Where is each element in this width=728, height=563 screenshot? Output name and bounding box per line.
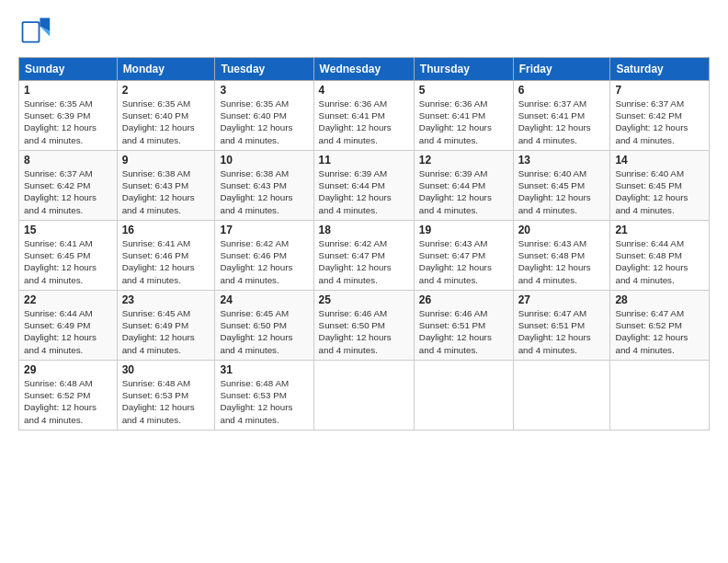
day-info: Sunrise: 6:44 AM Sunset: 6:48 PM Dayligh…: [615, 237, 704, 286]
day-number: 12: [419, 154, 508, 167]
day-number: 20: [518, 224, 606, 236]
day-number: 19: [419, 224, 508, 236]
day-info: Sunrise: 6:48 AM Sunset: 6:53 PM Dayligh…: [122, 377, 210, 426]
day-cell-8: 8Sunrise: 6:37 AM Sunset: 6:42 PM Daylig…: [19, 151, 118, 221]
week-row-2: 8Sunrise: 6:37 AM Sunset: 6:42 PM Daylig…: [19, 151, 710, 221]
day-cell-6: 6Sunrise: 6:37 AM Sunset: 6:41 PM Daylig…: [513, 81, 610, 151]
day-number: 16: [122, 224, 210, 236]
week-row-4: 22Sunrise: 6:44 AM Sunset: 6:49 PM Dayli…: [19, 291, 710, 361]
day-cell-11: 11Sunrise: 6:39 AM Sunset: 6:44 PM Dayli…: [313, 151, 414, 221]
day-number: 10: [220, 154, 308, 167]
day-number: 8: [24, 154, 112, 167]
day-info: Sunrise: 6:43 AM Sunset: 6:48 PM Dayligh…: [518, 237, 606, 286]
day-info: Sunrise: 6:35 AM Sunset: 6:40 PM Dayligh…: [220, 98, 308, 146]
day-number: 21: [615, 224, 704, 236]
day-cell-17: 17Sunrise: 6:42 AM Sunset: 6:46 PM Dayli…: [215, 221, 313, 291]
empty-cell: [610, 361, 710, 431]
day-info: Sunrise: 6:37 AM Sunset: 6:42 PM Dayligh…: [24, 167, 112, 216]
day-number: 24: [220, 293, 308, 306]
day-number: 27: [518, 293, 606, 306]
day-cell-25: 25Sunrise: 6:46 AM Sunset: 6:50 PM Dayli…: [313, 291, 414, 361]
day-number: 3: [220, 84, 308, 97]
day-cell-9: 9Sunrise: 6:38 AM Sunset: 6:43 PM Daylig…: [117, 151, 215, 221]
day-info: Sunrise: 6:47 AM Sunset: 6:51 PM Dayligh…: [518, 307, 606, 356]
day-number: 25: [319, 293, 409, 306]
day-number: 26: [419, 293, 508, 306]
day-number: 4: [319, 84, 409, 97]
day-number: 14: [615, 154, 704, 167]
week-row-5: 29Sunrise: 6:48 AM Sunset: 6:52 PM Dayli…: [19, 361, 710, 431]
day-info: Sunrise: 6:39 AM Sunset: 6:44 PM Dayligh…: [419, 167, 508, 216]
day-info: Sunrise: 6:42 AM Sunset: 6:47 PM Dayligh…: [319, 237, 409, 286]
day-number: 2: [122, 84, 210, 97]
day-number: 22: [24, 293, 112, 306]
empty-cell: [414, 361, 513, 431]
day-header-saturday: Saturday: [610, 58, 710, 81]
day-cell-4: 4Sunrise: 6:36 AM Sunset: 6:41 PM Daylig…: [313, 81, 414, 151]
day-cell-7: 7Sunrise: 6:37 AM Sunset: 6:42 PM Daylig…: [610, 81, 710, 151]
day-header-wednesday: Wednesday: [313, 58, 414, 81]
calendar-header: SundayMondayTuesdayWednesdayThursdayFrid…: [19, 58, 710, 81]
day-info: Sunrise: 6:42 AM Sunset: 6:46 PM Dayligh…: [220, 237, 308, 286]
day-cell-12: 12Sunrise: 6:39 AM Sunset: 6:44 PM Dayli…: [414, 151, 513, 221]
day-cell-31: 31Sunrise: 6:48 AM Sunset: 6:53 PM Dayli…: [215, 361, 313, 431]
day-cell-27: 27Sunrise: 6:47 AM Sunset: 6:51 PM Dayli…: [513, 291, 610, 361]
day-cell-30: 30Sunrise: 6:48 AM Sunset: 6:53 PM Dayli…: [117, 361, 215, 431]
day-number: 5: [419, 84, 508, 97]
page: SundayMondayTuesdayWednesdayThursdayFrid…: [0, 0, 728, 563]
day-number: 1: [24, 84, 112, 97]
day-cell-22: 22Sunrise: 6:44 AM Sunset: 6:49 PM Dayli…: [19, 291, 118, 361]
day-info: Sunrise: 6:40 AM Sunset: 6:45 PM Dayligh…: [518, 167, 606, 216]
day-cell-14: 14Sunrise: 6:40 AM Sunset: 6:45 PM Dayli…: [610, 151, 710, 221]
day-info: Sunrise: 6:35 AM Sunset: 6:40 PM Dayligh…: [122, 98, 210, 146]
day-cell-18: 18Sunrise: 6:42 AM Sunset: 6:47 PM Dayli…: [313, 221, 414, 291]
day-info: Sunrise: 6:46 AM Sunset: 6:51 PM Dayligh…: [419, 307, 508, 356]
logo-icon: [18, 15, 51, 48]
day-cell-29: 29Sunrise: 6:48 AM Sunset: 6:52 PM Dayli…: [19, 361, 118, 431]
day-info: Sunrise: 6:39 AM Sunset: 6:44 PM Dayligh…: [319, 167, 409, 216]
header: [18, 15, 710, 48]
day-number: 6: [518, 84, 606, 97]
day-cell-3: 3Sunrise: 6:35 AM Sunset: 6:40 PM Daylig…: [215, 81, 313, 151]
day-cell-2: 2Sunrise: 6:35 AM Sunset: 6:40 PM Daylig…: [117, 81, 215, 151]
day-number: 23: [122, 293, 210, 306]
day-cell-19: 19Sunrise: 6:43 AM Sunset: 6:47 PM Dayli…: [414, 221, 513, 291]
day-cell-24: 24Sunrise: 6:45 AM Sunset: 6:50 PM Dayli…: [215, 291, 313, 361]
day-cell-1: 1Sunrise: 6:35 AM Sunset: 6:39 PM Daylig…: [19, 81, 118, 151]
day-info: Sunrise: 6:36 AM Sunset: 6:41 PM Dayligh…: [419, 98, 508, 146]
day-info: Sunrise: 6:38 AM Sunset: 6:43 PM Dayligh…: [122, 167, 210, 216]
day-number: 17: [220, 224, 308, 236]
day-cell-10: 10Sunrise: 6:38 AM Sunset: 6:43 PM Dayli…: [215, 151, 313, 221]
day-info: Sunrise: 6:37 AM Sunset: 6:42 PM Dayligh…: [615, 98, 704, 146]
day-number: 29: [24, 363, 112, 376]
day-info: Sunrise: 6:38 AM Sunset: 6:43 PM Dayligh…: [220, 167, 308, 216]
day-cell-13: 13Sunrise: 6:40 AM Sunset: 6:45 PM Dayli…: [513, 151, 610, 221]
day-cell-26: 26Sunrise: 6:46 AM Sunset: 6:51 PM Dayli…: [414, 291, 513, 361]
calendar-body: 1Sunrise: 6:35 AM Sunset: 6:39 PM Daylig…: [19, 81, 710, 431]
day-info: Sunrise: 6:41 AM Sunset: 6:46 PM Dayligh…: [122, 237, 210, 286]
day-info: Sunrise: 6:36 AM Sunset: 6:41 PM Dayligh…: [319, 98, 409, 146]
day-header-monday: Monday: [117, 58, 215, 81]
day-number: 15: [24, 224, 112, 236]
calendar: SundayMondayTuesdayWednesdayThursdayFrid…: [18, 57, 710, 431]
day-cell-28: 28Sunrise: 6:47 AM Sunset: 6:52 PM Dayli…: [610, 291, 710, 361]
day-cell-23: 23Sunrise: 6:45 AM Sunset: 6:49 PM Dayli…: [117, 291, 215, 361]
day-info: Sunrise: 6:45 AM Sunset: 6:50 PM Dayligh…: [220, 307, 308, 356]
day-header-friday: Friday: [513, 58, 610, 81]
svg-rect-1: [23, 23, 38, 41]
day-info: Sunrise: 6:45 AM Sunset: 6:49 PM Dayligh…: [122, 307, 210, 356]
day-header-sunday: Sunday: [19, 58, 118, 81]
day-cell-20: 20Sunrise: 6:43 AM Sunset: 6:48 PM Dayli…: [513, 221, 610, 291]
day-header-tuesday: Tuesday: [215, 58, 313, 81]
day-number: 9: [122, 154, 210, 167]
day-info: Sunrise: 6:35 AM Sunset: 6:39 PM Dayligh…: [24, 98, 112, 146]
week-row-3: 15Sunrise: 6:41 AM Sunset: 6:45 PM Dayli…: [19, 221, 710, 291]
day-info: Sunrise: 6:43 AM Sunset: 6:47 PM Dayligh…: [419, 237, 508, 286]
day-cell-5: 5Sunrise: 6:36 AM Sunset: 6:41 PM Daylig…: [414, 81, 513, 151]
day-number: 28: [615, 293, 704, 306]
empty-cell: [513, 361, 610, 431]
day-cell-15: 15Sunrise: 6:41 AM Sunset: 6:45 PM Dayli…: [19, 221, 118, 291]
day-info: Sunrise: 6:48 AM Sunset: 6:53 PM Dayligh…: [220, 377, 308, 426]
day-cell-16: 16Sunrise: 6:41 AM Sunset: 6:46 PM Dayli…: [117, 221, 215, 291]
day-info: Sunrise: 6:48 AM Sunset: 6:52 PM Dayligh…: [24, 377, 112, 426]
